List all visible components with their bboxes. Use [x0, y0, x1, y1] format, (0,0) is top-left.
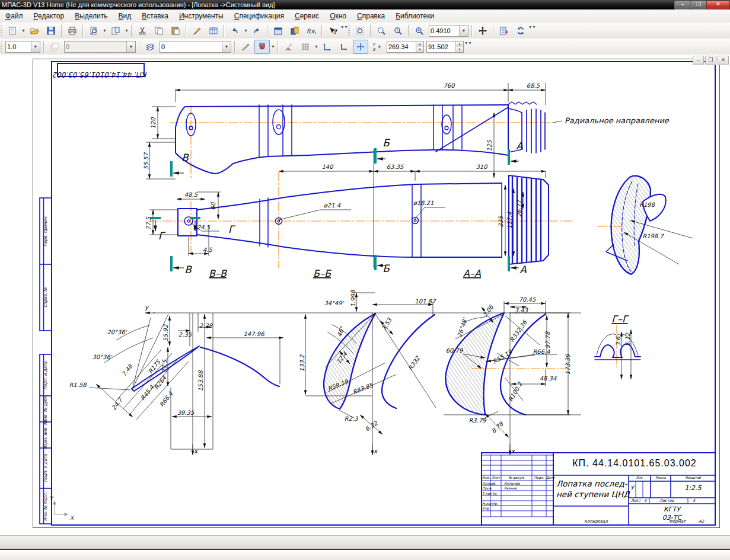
- mdi-window-controls: – ❐ ✕: [693, 56, 729, 65]
- menu-2[interactable]: Редактор: [28, 10, 70, 22]
- drawing-annotation: В–В: [209, 268, 227, 279]
- dropdown-arrow-icon[interactable]: ▼: [102, 24, 107, 37]
- local-axes-icon[interactable]: [320, 40, 335, 54]
- drawing-annotation: 60.79: [446, 347, 464, 354]
- menu-10[interactable]: Справка: [352, 10, 390, 22]
- drawing-annotation: 235: [498, 216, 504, 228]
- drawing-annotation: 39.35: [177, 409, 195, 416]
- drawing-annotation: 2.28: [199, 322, 213, 329]
- line-width-input[interactable]: [6, 43, 31, 51]
- fx-icon[interactable]: f(x): [304, 24, 319, 38]
- maximize-button[interactable]: ❐: [690, 1, 707, 9]
- toolbar-grip[interactable]: [1, 25, 2, 37]
- zoom-pointer-icon[interactable]: [390, 24, 406, 38]
- drawing-annotation: R198.7: [642, 233, 664, 239]
- part-name-line2: ней ступени ЦНД: [556, 489, 626, 499]
- cut-icon[interactable]: [135, 24, 150, 38]
- menu-7[interactable]: Спецификация: [229, 10, 289, 22]
- lit-value: У: [629, 485, 636, 491]
- step-input[interactable]: [65, 43, 126, 51]
- grid-icon[interactable]: [298, 40, 313, 54]
- dropdown-arrow-icon[interactable]: ▼: [270, 40, 276, 53]
- toolbar-separator: [471, 25, 473, 37]
- col-list: Лист: [490, 476, 501, 479]
- rebuild-icon[interactable]: [496, 24, 512, 38]
- ortho-icon[interactable]: [336, 40, 352, 54]
- print-icon[interactable]: [65, 24, 80, 38]
- save-icon[interactable]: [43, 24, 59, 38]
- coord-x-input[interactable]: [387, 43, 416, 51]
- context-help-icon[interactable]: ?: [325, 24, 340, 38]
- format-painter-icon[interactable]: [189, 24, 205, 38]
- sheet-label: Лист: [631, 498, 640, 503]
- open-icon[interactable]: [27, 24, 42, 38]
- layers-icon[interactable]: [142, 40, 158, 54]
- snap-points-icon[interactable]: [353, 40, 368, 54]
- close-button[interactable]: ✕: [706, 1, 730, 9]
- lit-header: Лит.: [629, 476, 651, 479]
- refresh-icon[interactable]: [513, 24, 528, 38]
- drawing-annotation: 5.12: [624, 332, 631, 346]
- zoom-frame-icon[interactable]: [352, 24, 368, 38]
- combo-dropdown-icon[interactable]: ▼: [459, 25, 468, 36]
- paste-icon[interactable]: [168, 24, 183, 38]
- toolbar-grip[interactable]: [1, 41, 2, 53]
- new-document-icon[interactable]: [5, 24, 20, 38]
- combo-dropdown-icon[interactable]: ▼: [126, 41, 135, 52]
- toolbar-grip[interactable]: [348, 25, 350, 37]
- toolbar-separator: [408, 25, 409, 37]
- print-preview-icon[interactable]: [86, 24, 101, 38]
- svg-text:f(x): f(x): [307, 28, 316, 34]
- step-copy-icon[interactable]: [47, 40, 62, 54]
- menu-1[interactable]: Файл: [0, 10, 28, 22]
- spinner-icon[interactable]: ▲▼: [455, 41, 463, 52]
- new-view-icon[interactable]: [108, 24, 123, 38]
- svg-text:X: X: [372, 47, 376, 52]
- minimize-button[interactable]: –: [674, 1, 691, 9]
- menu-11[interactable]: Библиотеки: [390, 10, 439, 22]
- col-data: Дата: [546, 476, 553, 479]
- library-manager-icon[interactable]: [287, 24, 302, 38]
- copy-icon[interactable]: [151, 24, 167, 38]
- menu-4[interactable]: Вид: [113, 10, 137, 22]
- magnet-icon[interactable]: [254, 40, 270, 54]
- menu-9[interactable]: Окно: [324, 10, 352, 22]
- angle-snap-icon[interactable]: [281, 40, 297, 54]
- spinner-icon[interactable]: ▲▼: [416, 41, 423, 52]
- mdi-minimize-button[interactable]: –: [693, 56, 704, 65]
- horizontal-scrollbar[interactable]: [0, 535, 730, 549]
- redo-icon[interactable]: [249, 24, 264, 38]
- mdi-close-button[interactable]: ✕: [718, 56, 729, 65]
- dropdown-arrow-icon[interactable]: ▼: [124, 24, 129, 37]
- undo-icon[interactable]: [227, 24, 243, 38]
- format-painter2-icon[interactable]: [238, 40, 253, 54]
- drawing-annotation: 125: [486, 140, 493, 152]
- menu-8[interactable]: Сервис: [289, 10, 324, 22]
- drawing-annotation: Справ. №: [43, 287, 48, 308]
- coords-icon[interactable]: YX: [369, 40, 385, 54]
- zoom-value-input[interactable]: [429, 27, 459, 35]
- combo-dropdown-icon[interactable]: ▼: [31, 41, 40, 52]
- toolbar-separator: [370, 25, 371, 37]
- dropdown-arrow-icon[interactable]: ▼: [21, 24, 26, 37]
- menu-6[interactable]: Инструменты: [174, 10, 229, 22]
- sheet-frame: [33, 59, 720, 528]
- combo-dropdown-icon[interactable]: ▼: [222, 41, 231, 52]
- drawing-canvas[interactable]: – ❐ ✕: [0, 55, 730, 535]
- toolbar-overflow-button[interactable]: ▾ ▾: [529, 24, 535, 37]
- variables-window-icon[interactable]: [270, 24, 286, 38]
- zoom-area-icon[interactable]: [374, 24, 389, 38]
- coord-y-input[interactable]: [427, 43, 455, 51]
- mdi-restore-button[interactable]: ❐: [705, 56, 716, 65]
- dropdown-arrow-icon[interactable]: ▼: [314, 40, 319, 53]
- spreadsheet-icon[interactable]: [206, 24, 221, 38]
- toolbar-overflow-button[interactable]: ▾ ▾: [465, 40, 471, 53]
- menu-5[interactable]: Вставка: [136, 10, 174, 22]
- dropdown-arrow-icon[interactable]: ▼: [243, 24, 248, 37]
- zoom-scale-icon[interactable]: [412, 24, 427, 38]
- toolbar-overflow-button[interactable]: ▾ ▾: [341, 24, 348, 37]
- menu-3[interactable]: Выделить: [69, 10, 113, 22]
- pan-icon[interactable]: [475, 24, 490, 38]
- layer-input[interactable]: [160, 43, 222, 51]
- toolbar-separator: [61, 25, 62, 37]
